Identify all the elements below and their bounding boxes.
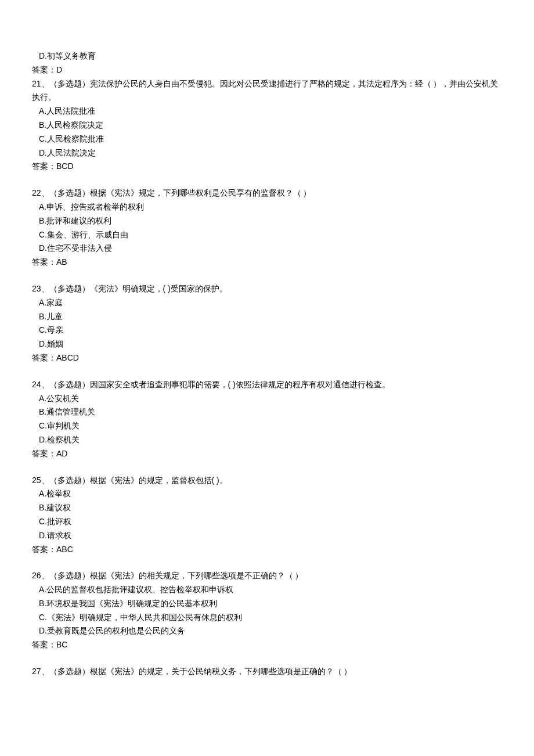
- question-text: 21、（多选题）宪法保护公民的人身自由不受侵犯。因此对公民受逮捕进行了严格的规定…: [32, 77, 502, 105]
- question-text: 24、（多选题）因国家安全或者追查刑事犯罪的需要，( )依照法律规定的程序有权对…: [32, 378, 502, 392]
- answer-text: 答案：D: [32, 63, 502, 77]
- question-27: 27、（多选题）根据《宪法》的规定，关于公民纳税义务，下列哪些选项是正确的？（ …: [32, 665, 502, 679]
- option-a: A.人民法院批准: [32, 105, 502, 118]
- answer-text: 答案：ABCD: [32, 351, 502, 365]
- option-d: D.检察机关: [32, 433, 502, 447]
- question-text: 27、（多选题）根据《宪法》的规定，关于公民纳税义务，下列哪些选项是正确的？（ …: [32, 665, 502, 679]
- question-26: 26、（多选题）根据《宪法》的相关规定，下列哪些选项是不正确的？（ ） A.公民…: [32, 569, 502, 652]
- option-b: B.建议权: [32, 501, 502, 515]
- option-b: B.批评和建议的权利: [32, 214, 502, 228]
- question-text: 25、（多选题）根据《宪法》的规定，监督权包括( )。: [32, 474, 502, 488]
- option-c: C.批评权: [32, 515, 502, 529]
- question-text: 23、（多选题）《宪法》明确规定，( )受国家的保护。: [32, 282, 502, 296]
- option-a: A.公安机关: [32, 392, 502, 406]
- option-d: D.住宅不受非法入侵: [32, 242, 502, 255]
- option-c: C.集会、游行、示威自由: [32, 228, 502, 242]
- option-a: A.公民的监督权包括批评建议权、控告检举权和申诉权: [32, 583, 502, 597]
- question-24: 24、（多选题）因国家安全或者追查刑事犯罪的需要，( )依照法律规定的程序有权对…: [32, 378, 502, 461]
- option-c: C.审判机关: [32, 419, 502, 433]
- option-b: B.人民检察院决定: [32, 118, 502, 132]
- option-b: B.环境权是我国《宪法》明确规定的公民基本权利: [32, 597, 502, 611]
- question-22: 22、（多选题）根据《宪法》规定，下列哪些权利是公民享有的监督权？（ ） A.申…: [32, 186, 502, 269]
- option-d: D.受教育既是公民的权利也是公民的义务: [32, 624, 502, 638]
- option-a: A.申诉、控告或者检举的权利: [32, 200, 502, 214]
- answer-text: 答案：AB: [32, 255, 502, 269]
- option-d: D.初等义务教育: [32, 49, 502, 63]
- answer-text: 答案：ABC: [32, 543, 502, 557]
- option-a: A.家庭: [32, 296, 502, 310]
- answer-text: 答案：BC: [32, 638, 502, 652]
- question-23: 23、（多选题）《宪法》明确规定，( )受国家的保护。 A.家庭 B.儿童 C.…: [32, 282, 502, 365]
- option-c: C.《宪法》明确规定，中华人民共和国公民有休息的权利: [32, 611, 502, 625]
- question-21: 21、（多选题）宪法保护公民的人身自由不受侵犯。因此对公民受逮捕进行了严格的规定…: [32, 77, 502, 174]
- question-text: 26、（多选题）根据《宪法》的相关规定，下列哪些选项是不正确的？（ ）: [32, 569, 502, 583]
- option-d: D.婚姻: [32, 337, 502, 351]
- option-a: A.检举权: [32, 487, 502, 501]
- option-c: C.母亲: [32, 323, 502, 337]
- option-d: D.人民法院决定: [32, 146, 502, 160]
- option-c: C.人民检察院批准: [32, 132, 502, 146]
- answer-text: 答案：BCD: [32, 160, 502, 174]
- option-d: D.请求权: [32, 529, 502, 543]
- option-b: B.通信管理机关: [32, 405, 502, 419]
- question-text: 22、（多选题）根据《宪法》规定，下列哪些权利是公民享有的监督权？（ ）: [32, 186, 502, 200]
- question-25: 25、（多选题）根据《宪法》的规定，监督权包括( )。 A.检举权 B.建议权 …: [32, 474, 502, 557]
- question-20-tail: D.初等义务教育 答案：D: [32, 49, 502, 77]
- answer-text: 答案：AD: [32, 447, 502, 461]
- option-b: B.儿童: [32, 310, 502, 324]
